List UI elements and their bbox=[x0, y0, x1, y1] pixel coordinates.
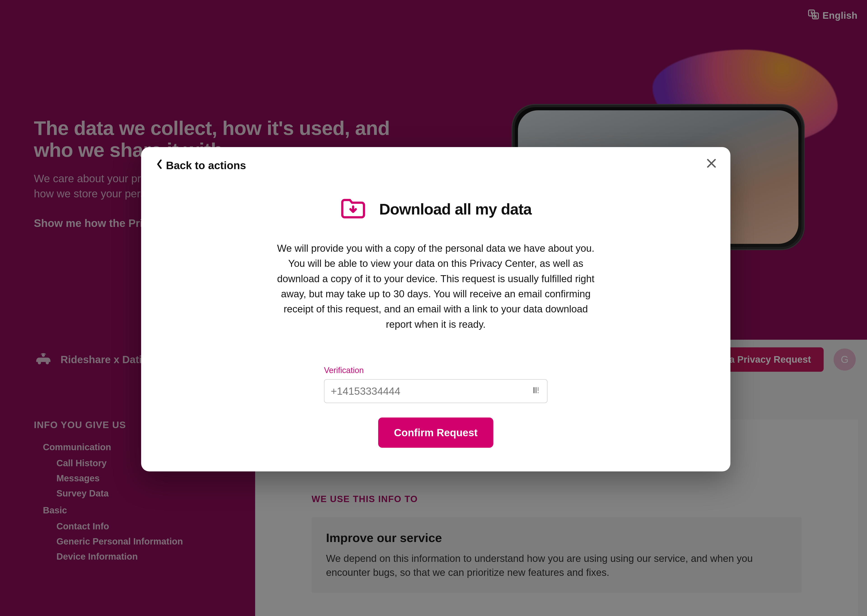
svg-rect-8 bbox=[538, 392, 539, 393]
close-icon bbox=[705, 167, 718, 170]
back-label: Back to actions bbox=[166, 159, 246, 172]
modal-title: Download all my data bbox=[379, 200, 531, 218]
autofill-icon[interactable] bbox=[532, 385, 541, 397]
chevron-left-icon bbox=[156, 159, 163, 172]
svg-rect-7 bbox=[538, 387, 539, 391]
verification-input[interactable]: +14153334444 bbox=[324, 379, 547, 403]
close-button[interactable] bbox=[705, 157, 718, 170]
verification-placeholder: +14153334444 bbox=[331, 385, 532, 397]
svg-rect-5 bbox=[533, 387, 535, 393]
verification-form: Verification +14153334444 Confirm Reques… bbox=[324, 366, 547, 448]
download-data-modal: Back to actions Download all my data We … bbox=[141, 147, 730, 471]
modal-body: We will provide you with a copy of the p… bbox=[276, 240, 596, 332]
svg-rect-6 bbox=[536, 387, 537, 393]
confirm-request-button[interactable]: Confirm Request bbox=[378, 418, 493, 448]
back-to-actions-button[interactable]: Back to actions bbox=[156, 159, 716, 172]
modal-header: Download all my data bbox=[156, 198, 716, 220]
download-folder-icon bbox=[340, 198, 366, 220]
verification-label: Verification bbox=[324, 366, 547, 375]
